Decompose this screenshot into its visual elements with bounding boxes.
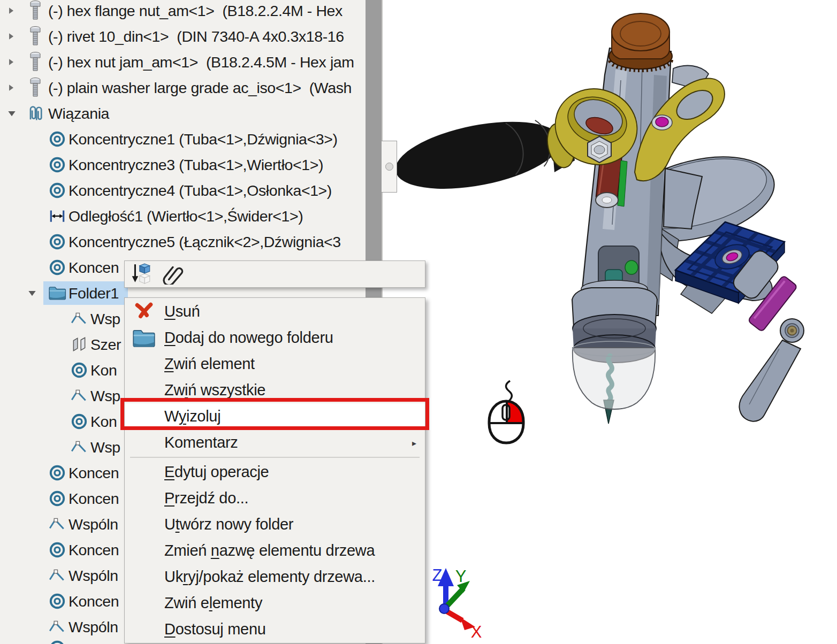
- splitter-grip-icon: [385, 163, 393, 171]
- menu-item-label: Utwórz nowy folder: [164, 516, 293, 533]
- fastener-icon: [26, 77, 45, 98]
- panel-splitter-handle[interactable]: [382, 141, 397, 193]
- fastener-icon: [26, 0, 45, 21]
- tree-row-label: (-) hex flange nut_am<1> (B18.2.2.4M - H…: [48, 0, 343, 24]
- tree-row-label: Folder1: [69, 280, 119, 306]
- tree-row-label: Koncen: [69, 486, 119, 511]
- coincident-icon: [70, 385, 89, 407]
- cork-cap: [609, 13, 672, 70]
- menu-item[interactable]: Utwórz nowy folder: [125, 511, 425, 538]
- menu-item-label: Zwiń elementy: [164, 594, 262, 612]
- menu-item-label: Zmień nazwę elementu drzewa: [164, 542, 375, 559]
- menu-item[interactable]: Dostosuj menu: [125, 616, 425, 642]
- tree-row[interactable]: Odległość1 (Wiertło<1>,Świder<1>): [0, 203, 366, 229]
- concentric-icon: [48, 128, 67, 150]
- menu-separator: [130, 457, 420, 458]
- distance-icon: [48, 205, 67, 227]
- black-handle: [390, 110, 575, 201]
- new-folder-icon: [131, 325, 157, 351]
- paddle-lever: [740, 319, 804, 421]
- chevron-collapsed-icon[interactable]: [7, 6, 14, 15]
- tree-row-label: Koncen: [69, 588, 119, 614]
- coincident-icon: [70, 308, 89, 329]
- width-icon: [70, 334, 89, 355]
- menu-item-label: Wyizoluj: [164, 408, 220, 425]
- concentric-icon: [48, 591, 67, 612]
- menu-item[interactable]: Przejdź do...: [125, 485, 425, 511]
- tree-row-label: Wiązania: [48, 101, 109, 126]
- tree-row-label: Wspóln: [69, 563, 118, 588]
- context-menu: UsuńDodaj do nowego folderuZwiń elementZ…: [124, 297, 425, 643]
- concentric-icon: [48, 539, 67, 561]
- menu-item[interactable]: Zwiń element: [125, 351, 425, 377]
- menu-item[interactable]: Komentarz▸: [125, 430, 425, 456]
- tree-row[interactable]: (-) hex flange nut_am<1> (B18.2.2.4M - H…: [0, 0, 366, 24]
- move-to-folder-button[interactable]: [129, 262, 154, 287]
- context-toolbar: [124, 260, 425, 288]
- tree-row[interactable]: (-) plain washer large grade ac_iso<1> (…: [0, 75, 366, 101]
- tree-row-label: Koncentryczne4 (Tuba<1>,Osłonka<1>): [69, 178, 332, 203]
- tree-row-label: Koncen: [69, 460, 119, 486]
- triad-z-label: Z: [432, 566, 443, 585]
- concentric-icon: [48, 488, 67, 509]
- fastener-icon: [26, 26, 45, 47]
- chevron-expanded-icon[interactable]: [7, 110, 16, 117]
- tree-row-label: (-) rivet 10_din<1> (DIN 7340-A 4x0.3x18…: [48, 24, 344, 49]
- tree-row[interactable]: Koncentryczne3 (Tuba<1>,Wiertło<1>): [0, 152, 366, 178]
- menu-item-label: Przejdź do...: [164, 489, 248, 507]
- 3d-model-corkscrew: [375, 0, 837, 644]
- tree-row-label: Wspóln: [69, 511, 118, 537]
- tree-row-label: Szer: [90, 332, 121, 357]
- tree-row-label: Odległość1 (Wiertło<1>,Świder<1>): [69, 203, 303, 229]
- menu-item[interactable]: Ukryj/pokaż elementy drzewa...: [125, 564, 425, 590]
- menu-item[interactable]: Dodaj do nowego folderu: [125, 325, 425, 351]
- menu-item-label: Dostosuj menu: [164, 620, 266, 638]
- chevron-collapsed-icon[interactable]: [7, 32, 14, 41]
- tree-row[interactable]: (-) rivet 10_din<1> (DIN 7340-A 4x0.3x18…: [0, 24, 366, 49]
- menu-item-label: Komentarz: [164, 434, 238, 451]
- tree-row[interactable]: Koncentryczne4 (Tuba<1>,Osłonka<1>): [0, 178, 366, 203]
- triad-y-label: Y: [455, 567, 467, 586]
- tree-row-label: (-) hex nut jam_am<1> (B18.2.4.5M - Hex …: [48, 49, 354, 75]
- menu-item[interactable]: Usuń: [125, 298, 425, 325]
- chevron-expanded-icon[interactable]: [28, 289, 36, 297]
- chevron-collapsed-icon[interactable]: [7, 58, 14, 66]
- concentric-icon: [48, 154, 67, 175]
- tree-row[interactable]: Koncentryczne5 (Łącznik<2>,Dźwignia<3: [0, 229, 366, 255]
- menu-item-label: Ukryj/pokaż elementy drzewa...: [164, 568, 375, 586]
- tree-row-label: Koncentryczne3 (Tuba<1>,Wiertło<1>): [69, 152, 323, 178]
- move-to-folder-icon: [130, 262, 153, 287]
- coincident-icon: [48, 513, 67, 535]
- coincident-icon: [48, 616, 67, 638]
- menu-item[interactable]: Wyizoluj: [125, 403, 425, 430]
- tree-row-label: Wsp: [90, 306, 120, 332]
- tree-row[interactable]: Wiązania: [0, 101, 366, 126]
- paperclip-button[interactable]: [161, 262, 186, 287]
- coincident-icon: [48, 565, 67, 586]
- chevron-collapsed-icon[interactable]: [7, 83, 14, 92]
- tree-row[interactable]: (-) hex nut jam_am<1> (B18.2.4.5M - Hex …: [0, 49, 366, 75]
- tree-row-label: Koncen: [69, 537, 119, 563]
- menu-item[interactable]: Zwiń wszystkie: [125, 377, 425, 403]
- paperclip-icon: [162, 262, 185, 287]
- menu-item[interactable]: Zmień nazwę elementu drzewa: [125, 538, 425, 564]
- tree-row[interactable]: Koncentryczne1 (Tuba<1>,Dźwignia<3>): [0, 126, 366, 152]
- coincident-icon: [70, 436, 89, 458]
- tree-row-label: Koncen: [69, 255, 119, 280]
- orientation-triad: Z Y X: [428, 556, 492, 644]
- concentric-icon: [70, 411, 89, 432]
- 3d-viewport[interactable]: Z Y X: [382, 0, 837, 644]
- triad-x-label: X: [471, 623, 482, 641]
- menu-item-label: Zwiń element: [164, 355, 255, 373]
- menu-item[interactable]: Zwiń elementy: [125, 590, 425, 616]
- tree-row-label: (-) plain washer large grade ac_iso<1> (…: [48, 75, 352, 101]
- menu-item-label: Usuń: [164, 303, 200, 320]
- menu-item-label: Edytuj operacje: [164, 463, 269, 481]
- menu-item[interactable]: Edytuj operacje: [125, 459, 425, 485]
- mouse-right-click-icon: [479, 374, 532, 449]
- concentric-icon: [48, 257, 67, 278]
- tree-row-label: Kon: [90, 409, 117, 434]
- glass-dome: [573, 348, 655, 409]
- tree-row-label: Koncentryczne1 (Tuba<1>,Dźwignia<3>): [69, 126, 338, 152]
- tree-row-label: Wsp: [90, 434, 120, 460]
